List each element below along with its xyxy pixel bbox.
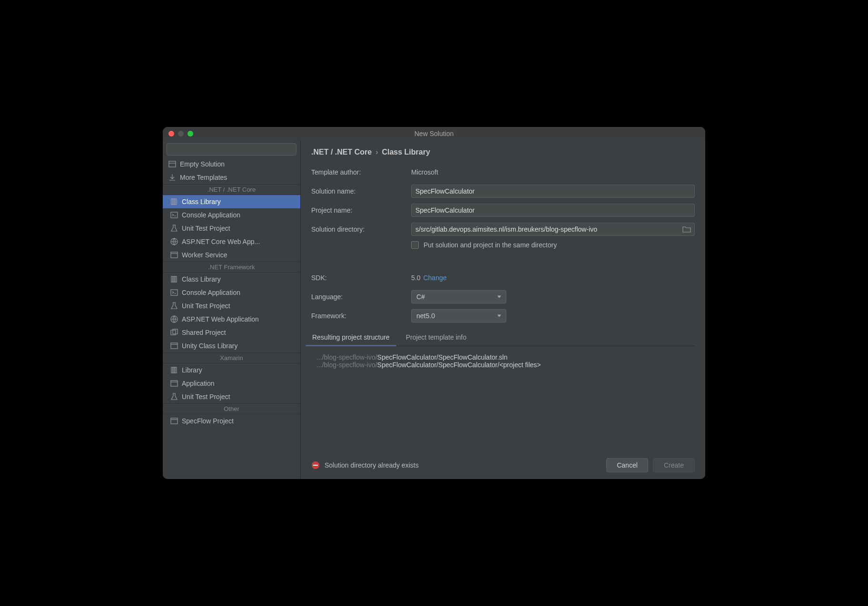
library-icon xyxy=(170,366,178,374)
search-input[interactable] xyxy=(167,143,296,156)
svg-rect-18 xyxy=(171,343,178,349)
sidebar-item[interactable]: ASP.NET Core Web App... xyxy=(163,235,300,248)
sidebar-item-label: Worker Service xyxy=(182,251,227,259)
globe-icon xyxy=(170,315,178,323)
create-button[interactable]: Create xyxy=(653,458,695,472)
sidebar-item-label: SpecFlow Project xyxy=(182,417,234,425)
shared-icon xyxy=(170,329,178,336)
svg-rect-13 xyxy=(175,276,177,282)
sidebar-item[interactable]: Console Application xyxy=(163,286,300,299)
solution-dir-input[interactable] xyxy=(411,223,695,236)
sdk-label: SDK: xyxy=(311,274,411,282)
language-select[interactable]: C# xyxy=(411,290,506,303)
result-path-bright: SpecFlowCalculator/SpecFlowCalculator.sl… xyxy=(377,353,508,361)
sidebar-item-label: ASP.NET Web Application xyxy=(182,315,259,323)
svg-rect-4 xyxy=(171,199,173,205)
dialog-window: New Solution Empty SolutionMore Template… xyxy=(163,127,705,479)
svg-rect-6 xyxy=(175,199,177,205)
sidebar-item[interactable]: Unit Test Project xyxy=(163,390,300,403)
language-label: Language: xyxy=(311,293,411,301)
sidebar-item[interactable]: Application xyxy=(163,377,300,390)
folder-open-icon[interactable] xyxy=(682,225,691,234)
library-icon xyxy=(170,198,178,205)
framework-select-value: net5.0 xyxy=(416,312,435,320)
main-panel: .NET / .NET Core › Class Library Templat… xyxy=(301,140,705,479)
sidebar-item-label: Library xyxy=(182,366,202,374)
window-title: New Solution xyxy=(163,130,705,137)
empty-solution-icon xyxy=(168,160,176,168)
sidebar-group-header: .NET / .NET Core xyxy=(163,184,300,195)
sidebar-group-header: Xamarin xyxy=(163,352,300,363)
sidebar-item[interactable]: Worker Service xyxy=(163,248,300,262)
warning-text: Solution directory already exists xyxy=(325,461,602,469)
sidebar-item[interactable]: Unit Test Project xyxy=(163,299,300,313)
sidebar-item[interactable]: SpecFlow Project xyxy=(163,414,300,428)
svg-rect-12 xyxy=(173,276,175,282)
result-box: .../blog-specflow-ivo/ SpecFlowCalculato… xyxy=(311,346,695,452)
sidebar-item[interactable]: Empty Solution xyxy=(163,157,300,171)
sidebar-item[interactable]: Class Library xyxy=(163,195,300,208)
project-name-label: Project name: xyxy=(311,206,411,214)
sidebar-item-label: Class Library xyxy=(182,198,221,205)
sdk-value: 5.0 xyxy=(411,274,420,282)
svg-rect-25 xyxy=(171,418,178,424)
sidebar-item[interactable]: ASP.NET Web Application xyxy=(163,313,300,326)
svg-rect-11 xyxy=(171,276,173,282)
test-icon xyxy=(170,225,178,232)
svg-rect-22 xyxy=(175,367,177,373)
console-icon xyxy=(170,289,178,296)
svg-rect-5 xyxy=(173,199,175,205)
solution-dir-label: Solution directory: xyxy=(311,225,411,233)
sidebar-item[interactable]: Class Library xyxy=(163,273,300,286)
language-select-value: C# xyxy=(416,293,425,301)
solution-name-label: Solution name: xyxy=(311,187,411,195)
svg-rect-2 xyxy=(169,161,176,167)
project-name-input[interactable] xyxy=(411,204,695,217)
breadcrumb-parent: .NET / .NET Core xyxy=(311,148,372,156)
template-author-label: Template author: xyxy=(311,168,411,176)
sidebar-item[interactable]: Unit Test Project xyxy=(163,222,300,235)
sidebar-item-label: Unit Test Project xyxy=(182,393,230,401)
sidebar-item[interactable]: Library xyxy=(163,363,300,377)
sidebar-item-label: More Templates xyxy=(180,174,227,181)
sidebar-item-label: Class Library xyxy=(182,275,221,283)
window-icon xyxy=(170,417,178,425)
result-line: .../blog-specflow-ivo/ SpecFlowCalculato… xyxy=(316,361,690,369)
sidebar-item-label: Application xyxy=(182,380,215,387)
result-path-bright: SpecFlowCalculator/SpecFlowCalculator/<p… xyxy=(377,361,541,369)
same-directory-label: Put solution and project in the same dir… xyxy=(424,241,557,249)
svg-rect-23 xyxy=(171,381,178,386)
sidebar-group-header: .NET Framework xyxy=(163,262,300,273)
titlebar: New Solution xyxy=(163,127,705,140)
sidebar-item[interactable]: Unity Class Library xyxy=(163,339,300,352)
sidebar-item-label: Shared Project xyxy=(182,329,226,336)
same-directory-checkbox[interactable] xyxy=(411,241,419,249)
template-author-value: Microsoft xyxy=(411,168,438,176)
solution-name-input[interactable] xyxy=(411,185,695,198)
sdk-change-link[interactable]: Change xyxy=(423,274,446,282)
error-icon xyxy=(311,461,320,469)
breadcrumb-current: Class Library xyxy=(382,148,430,156)
sidebar-item-label: Console Application xyxy=(182,211,240,219)
tab-template-info[interactable]: Project template info xyxy=(405,330,468,346)
svg-rect-21 xyxy=(173,367,175,373)
svg-rect-28 xyxy=(313,465,318,466)
breadcrumb: .NET / .NET Core › Class Library xyxy=(311,148,695,156)
sidebar-item[interactable]: More Templates xyxy=(163,171,300,184)
sidebar-item-label: Unit Test Project xyxy=(182,302,230,310)
window-icon xyxy=(170,342,178,350)
cancel-button[interactable]: Cancel xyxy=(606,458,648,472)
test-icon xyxy=(170,302,178,310)
framework-label: Framework: xyxy=(311,312,411,320)
test-icon xyxy=(170,393,178,401)
tab-resulting-structure[interactable]: Resulting project structure xyxy=(311,330,391,346)
window-icon xyxy=(170,380,178,387)
sidebar-item-label: Empty Solution xyxy=(180,160,225,168)
sidebar-item[interactable]: Console Application xyxy=(163,208,300,222)
sidebar-item-label: Unity Class Library xyxy=(182,342,237,350)
framework-select[interactable]: net5.0 xyxy=(411,309,506,323)
chevron-right-icon: › xyxy=(375,148,378,156)
window-icon xyxy=(170,251,178,259)
sidebar-item[interactable]: Shared Project xyxy=(163,326,300,339)
result-path-dim: .../blog-specflow-ivo/ xyxy=(316,361,377,369)
